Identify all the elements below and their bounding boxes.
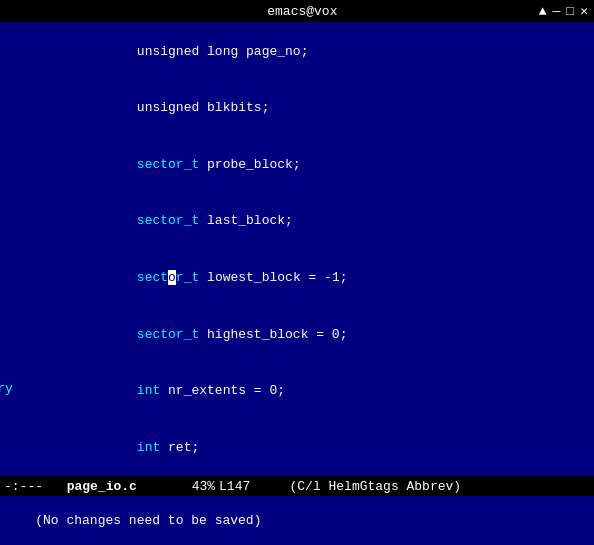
code-span: unsigned blkbits; [74, 100, 269, 115]
maximize-button[interactable]: □ [566, 4, 574, 19]
code-line: int nr_extents = 0; [12, 363, 590, 420]
editor-area[interactable]: ry unsigned long page_no; unsigned blkbi… [0, 22, 594, 476]
code-span: unsigned long page_no; [74, 44, 308, 59]
code-span: r_t [176, 270, 207, 285]
status-separator [47, 479, 63, 494]
code-line: sector_t highest_block = 0; [12, 307, 590, 364]
status-spacer [141, 479, 188, 494]
code-line: sector_t probe_block; [12, 137, 590, 194]
code-line: sector_t last_block; [12, 194, 590, 251]
status-percent: 43% [192, 479, 215, 494]
status-linecol: L147 [219, 479, 250, 494]
code-span: highest_block = 0; [207, 327, 347, 342]
left-gutter: ry [0, 22, 10, 476]
code-span: int [74, 440, 168, 455]
code-span: probe_block; [207, 157, 301, 172]
status-filename: page_io.c [67, 479, 137, 494]
code-line: int ret; [12, 420, 590, 476]
title-bar-controls[interactable]: ▲ — □ ✕ [539, 3, 588, 19]
minimize-button[interactable]: — [553, 4, 561, 19]
code-span: ret; [168, 440, 199, 455]
code-line: unsigned long page_no; [12, 24, 590, 81]
title-bar: emacs@vox ▲ — □ ✕ [0, 0, 594, 22]
minibuffer-text: (No changes need to be saved) [35, 513, 261, 528]
status-minor: (C/l HelmGtags Abbrev) [290, 479, 462, 494]
code-line: sector_t lowest_block = -1; [12, 250, 590, 307]
status-bar: -:--- page_io.c 43% L147 (C/l HelmGtags … [0, 476, 594, 496]
emacs-window: emacs@vox ▲ — □ ✕ ry unsigned long page_… [0, 0, 594, 545]
cursor: o [168, 270, 176, 285]
code-span: sect [74, 270, 168, 285]
code-span: lowest_block = -1; [207, 270, 347, 285]
code-line: unsigned blkbits; [12, 81, 590, 138]
code-span: int [74, 383, 168, 398]
code-span: sector_t [74, 157, 207, 172]
margin-text: ry [0, 381, 13, 396]
code-span: last_block; [207, 213, 293, 228]
close-button[interactable]: ✕ [580, 3, 588, 19]
code-span: sector_t [74, 213, 207, 228]
code-span: sector_t [74, 327, 207, 342]
title-bar-title: emacs@vox [66, 4, 539, 19]
code-content: unsigned long page_no; unsigned blkbits;… [4, 24, 590, 476]
minimize-icon[interactable]: ▲ [539, 4, 547, 19]
code-span: nr_extents = 0; [168, 383, 285, 398]
status-spacer2 [254, 479, 285, 494]
status-mode: -:--- [4, 479, 43, 494]
minibuffer: (No changes need to be saved) [0, 496, 594, 545]
